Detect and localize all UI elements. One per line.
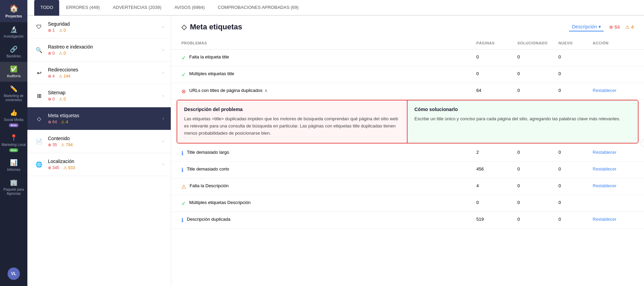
left-item-contenido[interactable]: 📄 Contenido ⊗35 ⚠794 › [27,130,171,153]
header-warning-icon: ⚠ [625,24,630,30]
sidebar-item-backlinks[interactable]: 🔗 Backlinks [0,42,27,62]
tab-todo[interactable]: TODO [34,0,59,16]
left-item-seguridad[interactable]: 🛡 Seguridad ⊗1 ⚠0 › [27,16,171,39]
sidebar-item-auditoria[interactable]: ✅ Auditoría [0,62,27,82]
restablecer-link[interactable]: Restablecer [593,217,634,222]
restablecer-link[interactable]: Restablecer [593,183,634,188]
user-avatar[interactable]: VL [8,268,20,280]
col-paginas: PÁGINAS [476,41,517,45]
social-media-icon: 👍 [10,109,17,117]
header-error-count: ⊗ 64 [609,24,620,30]
sidebar-item-marketing-local[interactable]: 📍 Marketing Local New [0,131,27,155]
new-value: 0 [558,183,593,188]
expanded-detail: Descripción del problema Las etiquetas <… [177,100,639,144]
contenido-icon: 📄 [34,137,44,146]
sidebar-item-investigacion[interactable]: 🔬 Investigación [0,22,27,42]
new-value: 0 [558,54,593,59]
section-title-icon: ◇ [181,23,186,31]
contenido-title: Contenido [48,136,163,141]
auditoria-icon: ✅ [10,65,17,73]
sidebar-item-informes[interactable]: 📊 Informes [0,155,27,175]
sidebar-informes-label: Informes [7,168,21,172]
new-value: 0 [558,200,593,205]
left-panel: 🛡 Seguridad ⊗1 ⚠0 › 🔍 Rastreo e indexac [27,16,171,286]
info-icon: ℹ [181,167,183,173]
detail-problem-text: Las etiquetas <title> duplicadas impiden… [184,115,400,137]
pages-value: 0 [476,71,517,76]
table-row: ✓ Múltiples etiquetas title 0 0 0 [171,66,644,83]
description-filter-button[interactable]: Descripción ▾ [569,23,603,31]
solved-value: 0 [517,200,558,205]
solved-value: 0 [517,71,558,76]
col-accion: ACCIÓN [593,41,634,45]
seguridad-errors: ⊗1 [48,28,55,33]
sidebar-item-paquete-agencias[interactable]: 🏢 Paquete para Agencias [0,175,27,199]
left-item-sitemap[interactable]: ⊞ Sitemap ⊗0 ⚠0 › [27,84,171,107]
left-item-rastreo[interactable]: 🔍 Rastreo e indexación ⊗0 ⚠0 › [27,39,171,62]
localizacion-warnings: ⚠933 [63,165,75,170]
pages-value: 2 [476,150,517,155]
restablecer-link[interactable]: Restablecer [593,166,634,172]
sidebar-social-media-label: Social Media [4,118,23,122]
avatar-button[interactable]: VL [0,264,27,283]
localizacion-icon: 🌐 [34,160,44,169]
localizacion-chevron: › [163,162,164,167]
pages-value: 64 [476,88,517,93]
sidebar-marketing-contenidos-label: Marketing de contenidos [1,94,26,102]
detail-problem-title: Descripción del problema [184,107,400,112]
restablecer-link[interactable]: Restablecer [593,150,634,155]
localizacion-stats: ⊗345 ⚠933 [48,165,163,170]
rastreo-errors: ⊗0 [48,51,55,56]
left-item-redirecciones[interactable]: ↩ Redirecciones ⊗4 ⚠144 › [27,62,171,84]
redirecciones-title: Redirecciones [48,67,163,72]
informes-icon: 📊 [10,159,17,166]
table-row: ✓ Múltiples etiquetas Descripción 0 0 0 [171,195,644,212]
sidebar-top-proyectos[interactable]: 🏠 Proyectos [0,0,27,22]
meta-chevron: › [163,116,164,121]
rastreo-stats: ⊗0 ⚠0 [48,51,163,56]
table-header: PROBLEMAS PÁGINAS SOLUCIONADO NUEVO ACCI… [171,37,644,50]
restablecer-link[interactable]: Restablecer [593,88,634,93]
seguridad-chevron: › [163,25,164,29]
problem-name[interactable]: URLs con titles de página duplicados ∧ [189,88,268,93]
expand-icon: ∧ [265,88,268,93]
sidebar-bottom: VL [0,264,27,286]
solved-value: 0 [517,54,558,59]
problem-name: Múltiples etiquetas title [189,71,234,76]
col-problemas: PROBLEMAS [181,41,476,45]
sidebar-top-label: Proyectos [5,14,22,18]
solved-value: 0 [517,166,558,172]
redirecciones-chevron: › [163,70,164,75]
meta-errors: ⊗64 [48,120,57,124]
seguridad-icon: 🛡 [34,22,44,32]
tab-comprobaciones[interactable]: COMPROBACIONES APROBADAS (69) [211,0,305,16]
localizacion-errors: ⊗345 [48,165,59,170]
rastreo-chevron: › [163,47,164,52]
problems-table: PROBLEMAS PÁGINAS SOLUCIONADO NUEVO ACCI… [171,37,644,235]
table-row[interactable]: ⊗ URLs con titles de página duplicados ∧… [171,83,644,100]
sidebar-backlinks-label: Backlinks [7,54,21,58]
paquete-agencias-icon: 🏢 [10,179,17,186]
info-icon: ℹ [181,217,183,223]
section-header: ◇ Meta etiquetas Descripción ▾ ⊗ 64 ⚠ [171,16,644,31]
table-row: ✓ Falta la etiqueta title 0 0 0 [171,50,644,66]
left-item-meta-etiquetas[interactable]: ◇ Meta etiquetas ⊗64 ⚠4 › [27,107,171,130]
contenido-errors: ⊗35 [48,142,57,147]
problem-name: Descripción duplicada [187,217,230,222]
marketing-local-icon: 📍 [10,134,17,141]
meta-etiquetas-content: Meta etiquetas ⊗64 ⚠4 [48,113,163,124]
sidebar-item-marketing-contenidos[interactable]: ✏️ Marketing de contenidos [0,82,27,106]
solved-value: 0 [517,150,558,155]
error-icon: ⊗ [181,88,186,95]
tab-advertencias[interactable]: ADVERTENCIAS (2039) [107,0,168,16]
solved-value: 0 [517,183,558,188]
redirecciones-warnings: ⚠144 [59,74,70,79]
tab-errores[interactable]: ERRORES (449) [60,0,106,16]
tab-avisos[interactable]: AVISOS (6984) [168,0,211,16]
sidebar-item-social-media[interactable]: 👍 Social Media Beta [0,106,27,131]
problem-cell: ⊗ URLs con titles de página duplicados ∧ [181,88,476,95]
left-item-localizacion[interactable]: 🌐 Localización ⊗345 ⚠933 › [27,153,171,176]
right-panel: ◇ Meta etiquetas Descripción ▾ ⊗ 64 ⚠ [171,16,644,286]
col-solucionado: SOLUCIONADO [517,41,558,45]
contenido-content: Contenido ⊗35 ⚠794 [48,136,163,147]
